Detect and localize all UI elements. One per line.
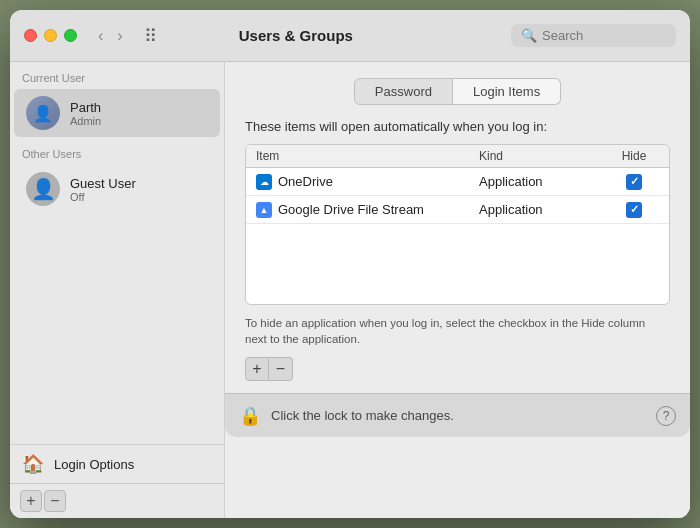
sidebar-remove-button[interactable]: − — [44, 490, 66, 512]
onedrive-kind: Application — [479, 174, 609, 189]
search-icon: 🔍 — [521, 28, 537, 43]
window: ‹ › ⠿ Users & Groups 🔍 Current User 👤 Pa… — [10, 10, 690, 518]
sidebar-bottom-bar: + − — [10, 483, 224, 518]
guest-user-item[interactable]: 👤 Guest User Off — [14, 165, 220, 213]
lock-text: Click the lock to make changes. — [271, 408, 646, 423]
user-name: Parth — [70, 100, 101, 115]
login-options-item[interactable]: 🏠 Login Options — [10, 444, 224, 483]
bottom-bar: 🔒 Click the lock to make changes. ? — [225, 393, 690, 437]
col-item-header: Item — [256, 149, 479, 163]
sidebar-add-button[interactable]: + — [20, 490, 42, 512]
minimize-button[interactable] — [44, 29, 57, 42]
guest-avatar: 👤 — [26, 172, 60, 206]
table-empty-area — [246, 224, 669, 304]
col-hide-header: Hide — [609, 149, 659, 163]
sidebar: Current User 👤 Parth Admin Other Users 👤… — [10, 62, 225, 518]
table-controls: + − — [245, 357, 670, 381]
current-user-item[interactable]: 👤 Parth Admin — [14, 89, 220, 137]
tab-bar: Password Login Items — [245, 78, 670, 105]
search-input[interactable] — [542, 28, 662, 43]
guest-user-status: Off — [70, 191, 136, 203]
gdrive-label: Google Drive File Stream — [278, 202, 424, 217]
footer-note: To hide an application when you log in, … — [245, 315, 670, 347]
add-item-button[interactable]: + — [245, 357, 269, 381]
col-kind-header: Kind — [479, 149, 609, 163]
onedrive-label: OneDrive — [278, 174, 333, 189]
row-item-onedrive: ☁ OneDrive — [256, 174, 479, 190]
table-row: ▲ Google Drive File Stream Application — [246, 196, 669, 224]
onedrive-hide-cell — [609, 174, 659, 190]
onedrive-hide-checkbox[interactable] — [626, 174, 642, 190]
gdrive-icon: ▲ — [256, 202, 272, 218]
main-content: Current User 👤 Parth Admin Other Users 👤… — [10, 62, 690, 518]
window-title: Users & Groups — [91, 27, 501, 44]
traffic-lights — [24, 29, 77, 42]
gdrive-hide-checkbox[interactable] — [626, 202, 642, 218]
tab-login-items[interactable]: Login Items — [453, 78, 561, 105]
onedrive-icon: ☁ — [256, 174, 272, 190]
right-panel: Password Login Items These items will op… — [225, 62, 690, 518]
search-box[interactable]: 🔍 — [511, 24, 676, 47]
house-icon: 🏠 — [22, 453, 44, 475]
help-button[interactable]: ? — [656, 406, 676, 426]
titlebar: ‹ › ⠿ Users & Groups 🔍 — [10, 10, 690, 62]
tab-password[interactable]: Password — [354, 78, 453, 105]
gdrive-kind: Application — [479, 202, 609, 217]
guest-user-info: Guest User Off — [70, 176, 136, 203]
avatar: 👤 — [26, 96, 60, 130]
remove-item-button[interactable]: − — [269, 357, 293, 381]
user-info: Parth Admin — [70, 100, 101, 127]
maximize-button[interactable] — [64, 29, 77, 42]
lock-icon[interactable]: 🔒 — [239, 405, 261, 427]
description-text: These items will open automatically when… — [245, 119, 670, 134]
close-button[interactable] — [24, 29, 37, 42]
gdrive-hide-cell — [609, 202, 659, 218]
login-options-label: Login Options — [54, 457, 134, 472]
other-users-label: Other Users — [10, 138, 224, 164]
table-header: Item Kind Hide — [246, 145, 669, 168]
user-role: Admin — [70, 115, 101, 127]
guest-user-name: Guest User — [70, 176, 136, 191]
table-row: ☁ OneDrive Application — [246, 168, 669, 196]
current-user-label: Current User — [10, 62, 224, 88]
row-item-gdrive: ▲ Google Drive File Stream — [256, 202, 479, 218]
items-table: Item Kind Hide ☁ OneDrive Application — [245, 144, 670, 305]
